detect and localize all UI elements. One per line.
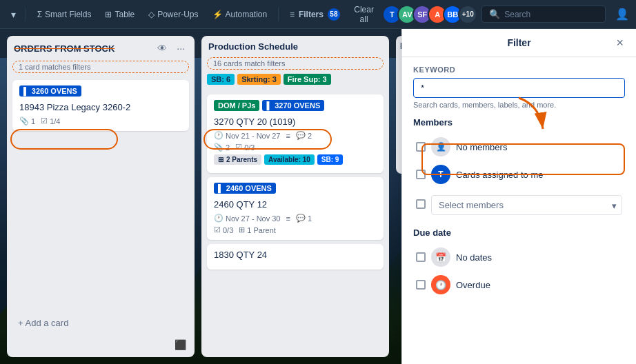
automation-button[interactable]: ⚡ Automation [207, 7, 273, 22]
card3-tags-row: ▌ 2460 OVENS [214, 183, 377, 196]
card-1830[interactable]: 1830 QTY 24 [207, 244, 384, 270]
tag-sb6: SB: 6 [207, 74, 235, 85]
select-members-wrapper[interactable]: Select members ▾ [431, 195, 622, 215]
checklist-icon: ☑ [41, 117, 48, 125]
overdue-icon: 🕐 [431, 275, 450, 294]
comment-icon: 💬 [296, 131, 306, 140]
attachment-icon: 📎 [19, 117, 29, 125]
card3-checklist: ☑ 0/3 [214, 225, 233, 234]
card-3260-ovens[interactable]: ▌ 3260 OVENS 18943 Pizza Legacy 3260-2 📎… [12, 80, 189, 131]
checkbox-no-members[interactable] [416, 142, 426, 152]
checkbox-select-members[interactable] [416, 199, 426, 209]
divider-2 [278, 8, 279, 21]
filter-panel-title: Filter [507, 37, 530, 48]
add-card-button-1[interactable]: + Add a card [12, 314, 189, 332]
column-1-more-button[interactable]: ··· [174, 41, 188, 55]
power-ups-label: Power-Ups [157, 10, 198, 19]
card2-attach2: 📎 2 [214, 143, 230, 152]
search-icon: 🔍 [489, 9, 500, 19]
overdue-label: Overdue [456, 280, 622, 290]
table-label: Table [115, 10, 135, 19]
tag-parents: ⊞ 2 Parents [214, 154, 261, 165]
smart-fields-button[interactable]: Σ Smart Fields [32, 7, 97, 22]
member-row-no-members[interactable]: 👤 No members [413, 133, 625, 161]
checkbox-overdue[interactable] [416, 280, 426, 290]
card-3270-ovens[interactable]: DOM / PJs ▌ 3270 OVENS 3270 QTY 20 (1019… [207, 94, 384, 173]
checkbox-assigned[interactable] [416, 170, 426, 179]
filter-panel-body: Keyword Search cards, members, labels, a… [402, 57, 636, 364]
filters-label: Filters [299, 10, 324, 19]
card2-tag-dom: DOM / PJs [214, 100, 259, 111]
due-date-row-no-dates[interactable]: 📅 No dates [413, 243, 625, 271]
card3-tag: ▌ 2460 OVENS [214, 183, 276, 194]
board-area: ORDERS FROM STOCK 👁 ··· 1 card matches f… [0, 29, 636, 364]
card-tags-row: ▌ 3260 OVENS [19, 85, 182, 99]
column-2-title: Production Schedule [208, 41, 298, 52]
board-chevron[interactable]: ▾ [7, 6, 20, 23]
card3-desc: ≡ [286, 214, 290, 223]
card-attachment: 📎 1 [19, 117, 35, 125]
card-2460-ovens[interactable]: ▌ 2460 OVENS 2460 QTY 12 🕐 Nov 27 - Nov … [207, 177, 384, 240]
no-members-icon: 👤 [431, 137, 450, 156]
column-2-header: Production Schedule [201, 36, 389, 57]
tag-bar-icon: ▌ [23, 87, 29, 95]
no-members-label: No members [456, 142, 622, 152]
column-1-eye-button[interactable]: 👁 [155, 41, 170, 55]
card2-comment: 💬 2 [296, 131, 312, 140]
due-date-row-overdue[interactable]: 🕐 Overdue [413, 271, 625, 299]
automation-label: Automation [226, 10, 268, 19]
divider-1 [26, 8, 26, 21]
clock3-icon: 🕐 [214, 214, 223, 223]
table-icon: ⊞ [105, 10, 112, 19]
clock-icon: 🕐 [214, 131, 223, 140]
toolbar-left: ▾ Σ Smart Fields ⊞ Table ◇ Power-Ups ⚡ A… [7, 2, 477, 27]
tag3-bar-icon: ▌ [218, 184, 223, 192]
card3-title: 2460 QTY 12 [214, 199, 377, 210]
avatar-group: T AV SF A BB +10 [382, 5, 477, 24]
tag-firesup: Fire Sup: 3 [284, 74, 331, 85]
tag-label: 3260 OVENS [32, 87, 77, 95]
table-button[interactable]: ⊞ Table [99, 7, 140, 22]
tag-skrting: Skrting: 3 [237, 74, 281, 85]
card-title-3260: 18943 Pizza Legacy 3260-2 [19, 102, 182, 112]
member-row-assigned[interactable]: T Cards assigned to me [413, 161, 625, 188]
checkbox-no-dates[interactable] [416, 252, 426, 262]
card3-footer-2: ☑ 0/3 ⊞ 1 Parent [214, 225, 377, 234]
column-2-cards: DOM / PJs ▌ 3270 OVENS 3270 QTY 20 (1019… [201, 92, 389, 357]
member-filter-button[interactable]: 👤 [610, 5, 635, 23]
filter-close-button[interactable]: × [612, 35, 628, 50]
search-box[interactable]: 🔍 [481, 6, 606, 23]
card3-date: 🕐 Nov 27 - Nov 30 [214, 214, 280, 223]
top-toolbar: ▾ Σ Smart Fields ⊞ Table ◇ Power-Ups ⚡ A… [0, 0, 636, 29]
card3-comment: 💬 1 [296, 214, 312, 223]
column-1-filter-match: 1 card matches filters [12, 61, 189, 73]
power-ups-button[interactable]: ◇ Power-Ups [143, 7, 203, 22]
powerups-icon: ◇ [148, 10, 155, 19]
card2-tag-3270: ▌ 3270 OVENS [262, 100, 324, 111]
column-1-actions: 👁 ··· [155, 41, 188, 55]
card3-footer: 🕐 Nov 27 - Nov 30 ≡ 💬 1 [214, 214, 377, 223]
search-input[interactable] [504, 10, 601, 19]
card2-title: 3270 QTY 20 (1019) [214, 117, 377, 127]
automation-icon: ⚡ [212, 10, 223, 19]
parent3-icon: ⊞ [239, 225, 245, 234]
member-row-select[interactable]: Select members ▾ [413, 188, 625, 219]
filter-panel: Filter × Keyword Search cards, members, … [401, 29, 636, 364]
card2-checklist: ☑ 0/3 [235, 143, 255, 152]
attach2-icon: 📎 [214, 143, 223, 152]
clear-all-button[interactable]: Clear all [348, 2, 379, 27]
column-1-header: ORDERS FROM STOCK 👁 ··· [7, 36, 195, 61]
card2-bottom-tags: ⊞ 2 Parents Available: 10 SB: 9 [214, 154, 377, 168]
due-date-label: Due date [413, 228, 625, 238]
keyword-input[interactable] [413, 78, 625, 98]
column-1-archive-button[interactable]: ⬛ [172, 338, 189, 352]
filters-button[interactable]: ≡ Filters 58 [284, 6, 346, 23]
due-date-section: Due date 📅 No dates 🕐 Overdue [413, 228, 625, 299]
cards-assigned-label: Cards assigned to me [456, 170, 622, 180]
card-checklist: ☑ 1/4 [41, 117, 60, 125]
select-members-dropdown[interactable]: Select members [431, 195, 622, 215]
avatar-more[interactable]: +10 [458, 5, 477, 24]
members-label: Members [413, 117, 625, 128]
card2-footer-2: 📎 2 ☑ 0/3 [214, 143, 377, 152]
card-tag-3260: ▌ 3260 OVENS [19, 85, 81, 97]
